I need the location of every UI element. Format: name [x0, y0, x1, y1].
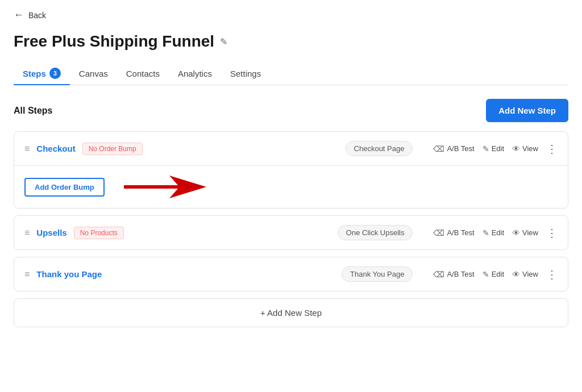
- step-name-thank-you[interactable]: Thank you Page: [36, 269, 102, 279]
- step-card-checkout: ≡ Checkout No Order Bump Checkout Page ⌫…: [14, 131, 568, 208]
- page-title-row: Free Plus Shipping Funnel ✎: [14, 26, 568, 62]
- ab-test-icon: ⌫: [433, 144, 444, 153]
- add-order-bump-button[interactable]: Add Order Bump: [24, 178, 105, 197]
- edit-icon-thank-you: ✎: [483, 270, 489, 279]
- step-name-checkout[interactable]: Checkout: [36, 144, 75, 153]
- ab-test-icon-upsells: ⌫: [433, 228, 444, 237]
- more-options-upsells[interactable]: ⋮: [546, 226, 558, 240]
- view-label-thank-you: View: [522, 270, 538, 278]
- view-thank-you[interactable]: 👁 View: [512, 270, 538, 279]
- all-steps-label: All Steps: [14, 106, 52, 116]
- view-label-checkout: View: [522, 144, 538, 153]
- more-options-thank-you[interactable]: ⋮: [546, 268, 558, 281]
- view-icon-thank-you: 👁: [512, 270, 520, 279]
- edit-title-icon[interactable]: ✎: [220, 36, 227, 47]
- add-step-bottom[interactable]: + Add New Step: [14, 298, 568, 327]
- tab-canvas-label: Canvas: [79, 69, 108, 78]
- drag-icon-thank-you: ≡: [24, 269, 30, 280]
- page-type-checkout: Checkout Page: [346, 141, 413, 156]
- tab-analytics[interactable]: Analytics: [169, 63, 221, 84]
- step-row-checkout: ≡ Checkout No Order Bump Checkout Page ⌫…: [14, 132, 568, 165]
- view-checkout[interactable]: 👁 View: [512, 144, 538, 153]
- step-actions-checkout: ⌫ A/B Test ✎ Edit 👁 View ⋮: [433, 142, 558, 156]
- step-actions-thank-you: ⌫ A/B Test ✎ Edit 👁 View ⋮: [433, 268, 558, 281]
- tab-canvas[interactable]: Canvas: [70, 63, 117, 84]
- add-new-step-button[interactable]: Add New Step: [486, 99, 568, 122]
- svg-marker-0: [124, 176, 206, 198]
- back-nav[interactable]: ← Back: [14, 0, 568, 26]
- step-card-upsells: ≡ Upsells No Products One Click Upsells …: [14, 215, 568, 250]
- ab-test-label: A/B Test: [447, 144, 474, 153]
- tab-steps[interactable]: Steps 3: [14, 62, 70, 85]
- step-status-upsells: No Products: [74, 227, 124, 239]
- ab-test-upsells[interactable]: ⌫ A/B Test: [433, 228, 474, 237]
- edit-label-checkout: Edit: [492, 144, 504, 153]
- more-options-checkout[interactable]: ⋮: [546, 142, 558, 156]
- step-card-thank-you: ≡ Thank you Page Thank You Page ⌫ A/B Te…: [14, 257, 568, 291]
- tab-settings[interactable]: Settings: [221, 63, 270, 84]
- ab-test-checkout[interactable]: ⌫ A/B Test: [433, 144, 474, 153]
- all-steps-row: All Steps Add New Step: [14, 99, 568, 122]
- drag-icon-checkout: ≡: [24, 144, 30, 154]
- tabs-row: Steps 3 Canvas Contacts Analytics Settin…: [14, 62, 568, 85]
- step-name-upsells[interactable]: Upsells: [36, 228, 66, 237]
- edit-checkout[interactable]: ✎ Edit: [483, 144, 504, 153]
- view-label-upsells: View: [522, 228, 538, 237]
- back-label: Back: [28, 11, 46, 20]
- ab-test-label-upsells: A/B Test: [447, 228, 474, 237]
- tab-steps-badge: 3: [49, 68, 61, 79]
- view-icon-checkout: 👁: [512, 144, 520, 153]
- view-upsells[interactable]: 👁 View: [512, 228, 538, 237]
- red-arrow-svg: [118, 173, 209, 201]
- tab-contacts-label: Contacts: [126, 69, 160, 78]
- page-type-upsells: One Click Upsells: [338, 225, 413, 240]
- edit-icon-checkout: ✎: [483, 144, 489, 153]
- edit-label-upsells: Edit: [492, 228, 504, 237]
- page-type-thank-you: Thank You Page: [342, 266, 413, 282]
- ab-test-icon-thank-you: ⌫: [433, 270, 444, 279]
- edit-icon-upsells: ✎: [483, 228, 489, 237]
- drag-icon-upsells: ≡: [24, 228, 30, 238]
- edit-upsells[interactable]: ✎ Edit: [483, 228, 504, 237]
- red-arrow-annotation: [118, 173, 209, 201]
- ab-test-label-thank-you: A/B Test: [447, 270, 474, 278]
- step-row-upsells: ≡ Upsells No Products One Click Upsells …: [14, 216, 568, 249]
- back-arrow-icon: ←: [14, 9, 24, 21]
- page-title: Free Plus Shipping Funnel: [14, 32, 214, 51]
- edit-label-thank-you: Edit: [492, 270, 504, 278]
- step-status-checkout: No Order Bump: [82, 143, 143, 155]
- edit-thank-you[interactable]: ✎ Edit: [483, 270, 504, 279]
- tab-analytics-label: Analytics: [178, 69, 212, 78]
- tab-steps-label: Steps: [23, 69, 46, 78]
- ab-test-thank-you[interactable]: ⌫ A/B Test: [433, 270, 474, 279]
- step-row-thank-you: ≡ Thank you Page Thank You Page ⌫ A/B Te…: [14, 257, 568, 291]
- order-bump-section: Add Order Bump: [14, 165, 568, 208]
- tab-settings-label: Settings: [230, 69, 261, 78]
- step-actions-upsells: ⌫ A/B Test ✎ Edit 👁 View ⋮: [433, 226, 558, 240]
- view-icon-upsells: 👁: [512, 228, 520, 237]
- tab-contacts[interactable]: Contacts: [117, 63, 169, 84]
